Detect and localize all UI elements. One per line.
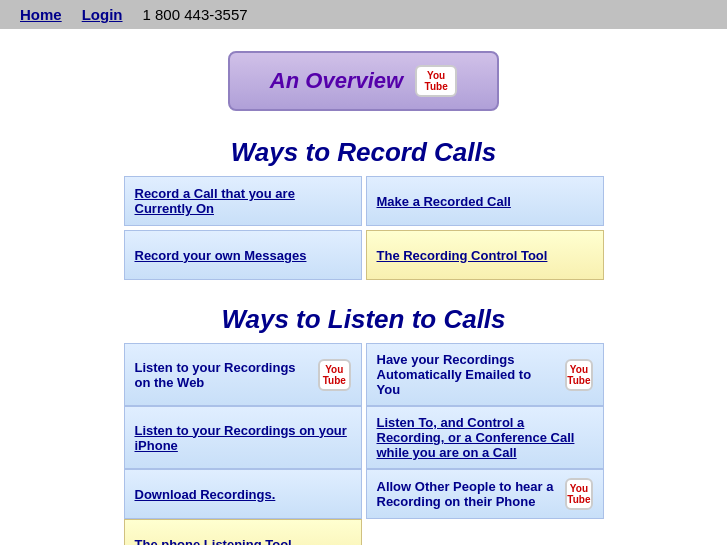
overview-youtube-btn[interactable]: YouTube xyxy=(415,65,457,97)
phone-number: 1 800 443-3557 xyxy=(143,6,248,23)
login-link[interactable]: Login xyxy=(82,6,123,23)
empty-cell xyxy=(366,519,604,545)
allow-others-text: Allow Other People to hear a Recording o… xyxy=(377,479,558,509)
record-cell-2[interactable]: Make a Recorded Call xyxy=(366,176,604,226)
record-link-2[interactable]: Make a Recorded Call xyxy=(377,194,511,209)
listen-email-youtube-icon: YouTube xyxy=(567,364,590,386)
allow-others-youtube-icon: YouTube xyxy=(567,483,590,505)
record-cell-4[interactable]: The Recording Control Tool xyxy=(366,230,604,280)
listen-cell-control[interactable]: Listen To, and Control a Recording, or a… xyxy=(366,406,604,469)
phone-listening-link[interactable]: The phone Listening Tool xyxy=(135,537,292,546)
overview-title: An Overview xyxy=(270,68,403,94)
record-cell-1[interactable]: Record a Call that you are Currently On xyxy=(124,176,362,226)
listen-email-text: Have your Recordings Automatically Email… xyxy=(377,352,558,397)
listen-cell-email: Have your Recordings Automatically Email… xyxy=(366,343,604,406)
record-link-1[interactable]: Record a Call that you are Currently On xyxy=(135,186,351,216)
listen-web-youtube-btn[interactable]: YouTube xyxy=(318,359,350,391)
listen-section-title: Ways to Listen to Calls xyxy=(124,304,604,335)
download-cell[interactable]: Download Recordings. xyxy=(124,469,362,519)
allow-others-youtube-btn[interactable]: YouTube xyxy=(565,478,592,510)
listen-cell-iphone[interactable]: Listen to your Recordings on your iPhone xyxy=(124,406,362,469)
listen-email-youtube-btn[interactable]: YouTube xyxy=(565,359,592,391)
listen-cell-web: Listen to your Recordings on the Web You… xyxy=(124,343,362,406)
download-link[interactable]: Download Recordings. xyxy=(135,487,276,502)
record-link-4[interactable]: The Recording Control Tool xyxy=(377,248,548,263)
top-bar: Home Login 1 800 443-3557 xyxy=(0,0,727,29)
phone-listening-cell[interactable]: The phone Listening Tool xyxy=(124,519,362,545)
listen-section: Ways to Listen to Calls Listen to your R… xyxy=(124,290,604,545)
record-link-3[interactable]: Record your own Messages xyxy=(135,248,307,263)
listen-iphone-link[interactable]: Listen to your Recordings on your iPhone xyxy=(135,423,351,453)
overview-box: An Overview YouTube xyxy=(228,51,499,111)
home-link[interactable]: Home xyxy=(20,6,62,23)
listen-web-text: Listen to your Recordings on the Web xyxy=(135,360,311,390)
overview-youtube-icon: YouTube xyxy=(425,70,448,92)
record-section-title: Ways to Record Calls xyxy=(124,137,604,168)
record-cell-3[interactable]: Record your own Messages xyxy=(124,230,362,280)
allow-others-cell: Allow Other People to hear a Recording o… xyxy=(366,469,604,519)
listen-control-link[interactable]: Listen To, and Control a Recording, or a… xyxy=(377,415,593,460)
listen-web-youtube-icon: YouTube xyxy=(323,364,346,386)
record-section: Ways to Record Calls Record a Call that … xyxy=(124,123,604,280)
